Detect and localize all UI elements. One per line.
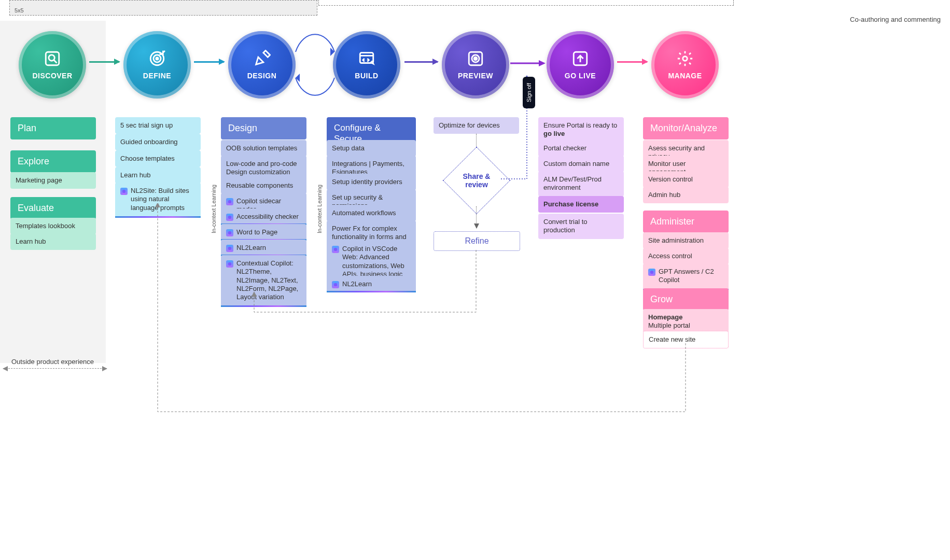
gear-icon	[676, 50, 694, 67]
arrow-define-design	[194, 61, 224, 63]
badge-signoff: Sign off	[523, 77, 535, 108]
text: Ensure Portal is ready to	[543, 121, 617, 129]
stage-label: GO LIVE	[565, 72, 596, 80]
svg-rect-0	[46, 52, 59, 65]
stage-label: BUILD	[355, 72, 378, 80]
diamond-label: Share & review	[453, 172, 500, 189]
header-monitor: Monitor/Analyze	[643, 117, 729, 139]
item-choose-templates: Choose templates	[115, 150, 201, 167]
header-plan: Plan	[10, 117, 96, 139]
stage-label: MANAGE	[668, 72, 702, 80]
text-bold: go live	[543, 130, 565, 137]
stage-label: DISCOVER	[32, 72, 72, 80]
header-explore: Explore	[10, 150, 96, 173]
stage-define: DEFINE	[123, 31, 191, 99]
arrow-golive-manage	[617, 61, 647, 63]
stage-build: BUILD	[333, 31, 400, 99]
outside-span	[3, 368, 107, 369]
selection-box	[9, 0, 317, 16]
search-icon	[44, 50, 61, 67]
item-oob-templates: OOB solution templates	[221, 140, 306, 157]
item-reusable-components: Reusable components	[221, 177, 306, 194]
item-ensure-ready: Ensure Portal is ready to go live	[538, 117, 624, 143]
grid-size-label: 5x5	[15, 7, 24, 13]
item-identity-providers: Setup identity providers	[327, 174, 416, 190]
item-learn-hub-discover: Learn hub	[10, 233, 96, 250]
item-templates-lookbook: Templates lookbook	[10, 218, 96, 234]
selection-box-2	[318, 0, 734, 6]
svg-marker-15	[539, 60, 546, 66]
item-admin-hub: Admin hub	[643, 187, 729, 203]
stage-design: DESIGN	[228, 31, 296, 99]
stage-manage: MANAGE	[651, 31, 719, 99]
stage-golive: GO LIVE	[547, 31, 614, 99]
stage-discover: DISCOVER	[19, 31, 86, 99]
target-icon	[148, 50, 166, 67]
coauthoring-label: Co-authoring and commenting	[850, 16, 941, 23]
stage-label: DEFINE	[143, 72, 171, 80]
svg-point-1	[49, 55, 54, 61]
stage-preview: PREVIEW	[442, 31, 509, 99]
arrow-build-preview	[404, 61, 438, 63]
item-portal-checker: Portal checker	[538, 140, 624, 157]
svg-point-9	[474, 57, 477, 60]
preview-icon	[467, 50, 484, 67]
arrow-discover-define	[89, 61, 119, 63]
outside-label: Outside product experience	[11, 358, 94, 366]
code-browser-icon	[358, 50, 375, 67]
svg-line-2	[54, 60, 57, 63]
item-learn-hub-define: Learn hub	[115, 167, 201, 184]
upload-icon	[571, 50, 589, 67]
item-alm-environments: ALM Dev/Test/Prod environment	[538, 171, 624, 197]
arrow-preview-golive	[510, 58, 546, 68]
loop-manage-define	[156, 203, 689, 416]
pencil-ruler-icon	[253, 50, 271, 67]
svg-point-5	[156, 58, 158, 60]
svg-marker-18	[156, 203, 160, 207]
item-trial-signup: 5 sec trial sign up	[115, 117, 201, 134]
header-evaluate: Evaluate	[10, 197, 96, 219]
item-guided-onboarding: Guided onboarding	[115, 134, 201, 150]
stage-label: PREVIEW	[458, 72, 493, 80]
item-marketing-page: Marketing page	[10, 172, 96, 189]
header-design: Design	[221, 117, 306, 139]
stage-label: DESIGN	[247, 72, 277, 80]
item-custom-domain: Custom domain name	[538, 156, 624, 172]
item-setup-data: Setup data	[327, 140, 416, 157]
item-version-control: Version control	[643, 171, 729, 188]
svg-point-11	[683, 57, 688, 61]
loop-design-build	[293, 26, 337, 104]
sparkle-icon	[120, 188, 128, 195]
